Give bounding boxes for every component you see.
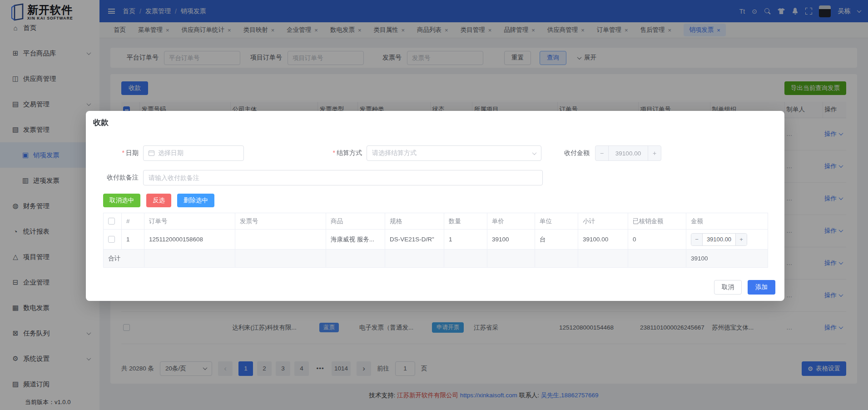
- cell-written-off: 0: [628, 230, 686, 250]
- remark-label: 收付款备注: [103, 174, 139, 182]
- amount-label: 收付金额: [563, 149, 590, 157]
- plus-icon[interactable]: +: [648, 146, 661, 160]
- row-checkbox[interactable]: [108, 236, 115, 243]
- cell-spec: DS-VE21S-D/R": [385, 230, 444, 250]
- settlement-placeholder: 请选择结算方式: [372, 149, 417, 157]
- settlement-label: *结算方式: [328, 149, 362, 157]
- chevron-down-icon: [532, 150, 537, 155]
- delete-selected-button[interactable]: 删除选中: [177, 194, 214, 207]
- cell-product: 海康威视 服务...: [326, 230, 385, 250]
- calendar-icon: [149, 150, 154, 156]
- date-picker-input[interactable]: 选择日期: [143, 145, 244, 161]
- required-mark: *: [122, 149, 124, 156]
- col-product: 商品: [326, 213, 385, 230]
- select-all-checkbox[interactable]: [108, 218, 115, 225]
- minus-icon[interactable]: −: [691, 234, 702, 245]
- cell-order-no: 1251120000158608: [144, 230, 235, 250]
- col-invoice-no: 发票号: [235, 213, 326, 230]
- col-price: 单价: [487, 213, 535, 230]
- col-amount: 金额: [686, 213, 768, 230]
- cell-subtotal: 39100.00: [578, 230, 628, 250]
- cell-price: 39100: [487, 230, 535, 250]
- row-amount-stepper: − 39100.00 +: [691, 233, 747, 246]
- receipt-modal: 收款 *日期 选择日期 *结算方式 请选择结算方式 收付金额 − 39100.0…: [86, 111, 784, 301]
- plus-icon[interactable]: +: [736, 234, 747, 245]
- row-amount-value: 39100.00: [702, 234, 736, 245]
- modal-title: 收款: [86, 117, 784, 128]
- col-subtotal: 小计: [578, 213, 628, 230]
- required-mark: *: [333, 149, 335, 156]
- col-order-no: 订单号: [144, 213, 235, 230]
- receipt-total-row: 合计 39100: [104, 250, 768, 268]
- amount-value: 39100.00: [608, 146, 648, 160]
- cancel-selected-button[interactable]: 取消选中: [103, 194, 140, 207]
- amount-stepper: − 39100.00 +: [595, 145, 661, 161]
- col-written-off: 已核销金额: [628, 213, 686, 230]
- modal-cancel-button[interactable]: 取消: [714, 280, 742, 295]
- date-placeholder: 选择日期: [158, 149, 184, 157]
- receipt-items-table: # 订单号 发票号 商品 规格 数量 单价 单位 小计 已核销金额 金额 1: [103, 213, 768, 268]
- receipt-table-header: # 订单号 发票号 商品 规格 数量 单价 单位 小计 已核销金额 金额: [104, 213, 768, 230]
- col-qty: 数量: [444, 213, 487, 230]
- remark-input[interactable]: [143, 170, 543, 185]
- total-label: 合计: [104, 250, 144, 268]
- settlement-select[interactable]: 请选择结算方式: [367, 145, 541, 161]
- minus-icon[interactable]: −: [595, 146, 608, 160]
- total-amount: 39100: [686, 250, 768, 268]
- cell-qty: 1: [444, 230, 487, 250]
- invert-selection-button[interactable]: 反选: [146, 194, 171, 207]
- col-unit: 单位: [535, 213, 578, 230]
- cell-unit: 台: [535, 230, 578, 250]
- receipt-item-row: 1 1251120000158608 海康威视 服务... DS-VE21S-D…: [104, 230, 768, 250]
- col-index: #: [122, 213, 144, 230]
- modal-confirm-button[interactable]: 添加: [748, 280, 775, 295]
- date-label: *日期: [103, 149, 139, 157]
- cell-index: 1: [122, 230, 144, 250]
- col-spec: 规格: [385, 213, 444, 230]
- cell-invoice-no: [235, 230, 326, 250]
